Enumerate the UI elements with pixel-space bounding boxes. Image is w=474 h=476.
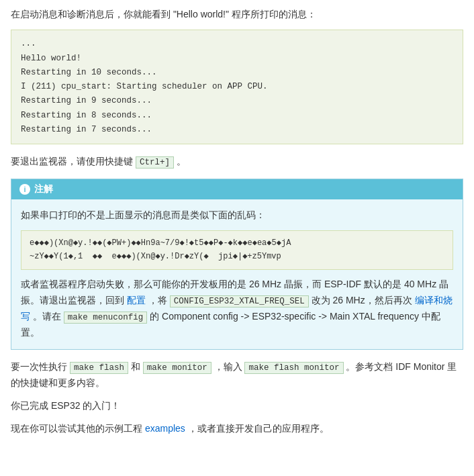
garbled-code: e◆◆◆)(Xn@◆y.!◆◆(◆PW+)◆◆Hn9a~7/9◆!◆t5◆◆P◆… [21,230,453,270]
exit-instruction: 要退出监视器，请使用快捷键 Ctrl+] 。 [11,154,463,169]
note-middle-text2: 改为 26 MHz，然后再次 [312,295,412,305]
exit-prefix: 要退出监视器，请使用快捷键 [11,156,133,166]
config-link[interactable]: 配置 [127,295,146,305]
shortcut-key: Ctrl+] [136,156,174,169]
and-text: 和 [131,361,140,372]
flash-instruction: 要一次性执行 make flash 和 make monitor ，输入 mak… [11,359,463,391]
next-steps-suffix: ，或者直接开发自己的应用程序。 [188,423,329,434]
intro-text: 在启动消息和诊断消息后，你就能看到 "Hello world!" 程序所打印的消… [11,7,463,21]
terminal-output: ... Hello world! Restarting in 10 second… [11,30,463,144]
make-flash-code: make flash [70,362,128,374]
config-code: CONFIG_ESP32_XTAL_FREQ_SEL [170,295,309,307]
bottom-section: 要一次性执行 make flash 和 make monitor ，输入 mak… [11,359,463,437]
exit-suffix: 。 [177,156,186,166]
examples-link[interactable]: examples [145,423,185,434]
next-steps-prefix: 现在你可以尝试其他的示例工程 [11,423,142,434]
make-flash-monitor-code: make flash monitor [244,362,343,374]
note-header: i 注解 [11,179,463,199]
note-end-text: 。请在 [33,311,61,322]
note-title: 注解 [34,183,53,195]
make-monitor-code: make monitor [143,362,211,374]
menuconfig-code: make menuconfig [64,312,148,324]
info-icon: i [19,184,30,195]
completion-text: 你已完成 ESP32 的入门！ [11,398,463,414]
note-body: 如果串口打印的不是上面显示的消息而是类似下面的乱码： e◆◆◆)(Xn@◆y.!… [11,199,463,349]
note-middle-text: ，将 [148,295,167,305]
next-steps-text: 现在你可以尝试其他的示例工程 examples ，或者直接开发自己的应用程序。 [11,421,463,437]
note-box: i 注解 如果串口打印的不是上面显示的消息而是类似下面的乱码： e◆◆◆)(Xn… [11,179,463,350]
comma-text: ，输入 [214,361,242,372]
note-body-main: 或者监视器程序启动失败，那么可能你的开发板用的是 26 MHz 晶振，而 ESP… [21,277,453,341]
flash-prefix: 要一次性执行 [11,361,67,372]
note-body-intro: 如果串口打印的不是上面显示的消息而是类似下面的乱码： [21,207,453,224]
